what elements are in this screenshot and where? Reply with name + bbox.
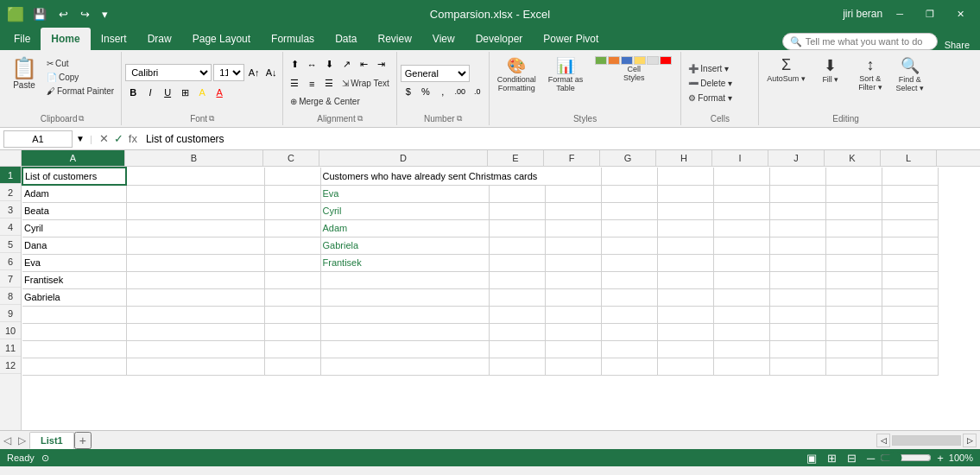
cell-I5[interactable] [713,237,769,254]
cell-I2[interactable] [713,185,769,202]
font-size-select[interactable]: 11 [213,64,244,81]
col-header-B[interactable]: B [125,150,263,166]
cell-L5[interactable] [882,237,938,254]
cell-A7[interactable]: Frantisek [22,271,126,288]
cell-A5[interactable]: Dana [22,237,126,254]
cell-F9[interactable] [545,306,601,323]
tab-draw[interactable]: Draw [137,28,182,50]
cell-D4[interactable]: Adam [320,219,489,237]
cell-F2[interactable] [545,185,601,202]
page-layout-view-button[interactable]: ⊞ [825,452,838,465]
number-expand-icon[interactable]: ⧉ [457,114,462,124]
tab-formulas[interactable]: Formulas [261,28,325,50]
formula-input[interactable] [142,133,977,145]
tab-file[interactable]: File [3,28,41,50]
scroll-right-button[interactable]: ▷ [15,434,29,446]
cell-H11[interactable] [657,340,713,358]
align-left-button[interactable]: ☰ [287,76,302,92]
cell-F11[interactable] [545,340,601,358]
cell-B9[interactable] [126,306,264,323]
cell-K8[interactable] [825,288,882,306]
font-name-select[interactable]: Calibri [125,64,212,81]
cell-E11[interactable] [489,340,545,358]
cell-F7[interactable] [545,271,601,288]
scroll-left-button[interactable]: ◁ [0,434,15,446]
cell-K7[interactable] [825,271,882,288]
alignment-expand-icon[interactable]: ⧉ [357,114,363,124]
cell-L3[interactable] [882,202,938,219]
cell-L12[interactable] [882,358,938,375]
cell-H4[interactable] [657,219,713,237]
cell-D11[interactable] [320,340,489,358]
cell-E5[interactable] [489,237,545,254]
tab-insert[interactable]: Insert [91,28,137,50]
conditional-formatting-button[interactable]: 🎨 ConditionalFormatting [493,54,541,95]
cell-A3[interactable]: Beata [22,202,126,219]
format-table-button[interactable]: 📊 Format asTable [544,54,588,95]
row-num-10[interactable]: 10 [0,322,21,339]
merge-center-button[interactable]: ⊕ Merge & Center [287,95,364,108]
cell-H12[interactable] [657,358,713,375]
cell-L6[interactable] [882,254,938,271]
cell-F8[interactable] [545,288,601,306]
number-format-select[interactable]: General [401,65,470,82]
cell-I12[interactable] [713,358,769,375]
insert-button[interactable]: ➕ Insert ▾ [685,62,732,75]
underline-button[interactable]: U [160,85,175,100]
cell-K11[interactable] [825,340,882,358]
inc-places-btn[interactable]: .0 [470,84,485,99]
cell-A11[interactable] [22,340,126,358]
row-num-2[interactable]: 2 [0,184,21,201]
cell-K1[interactable] [825,168,882,185]
cell-I3[interactable] [713,202,769,219]
row-num-3[interactable]: 3 [0,201,21,218]
cell-F6[interactable] [545,254,601,271]
cell-C2[interactable] [264,185,320,202]
cell-C10[interactable] [264,323,320,340]
cell-E10[interactable] [489,323,545,340]
cell-A9[interactable] [22,306,126,323]
cell-J12[interactable] [769,358,825,375]
cell-L7[interactable] [882,271,938,288]
cell-G10[interactable] [601,323,657,340]
dec-places-btn[interactable]: .00 [452,84,468,99]
cell-G1[interactable] [601,168,657,185]
cell-H6[interactable] [657,254,713,271]
cell-K12[interactable] [825,358,882,375]
format-button[interactable]: ⚙ Format ▾ [685,92,735,104]
fill-button[interactable]: ⬇ Fill ▾ [812,54,850,86]
cell-A6[interactable]: Eva [22,254,126,271]
cell-B6[interactable] [126,254,264,271]
col-header-L[interactable]: L [881,150,937,166]
cell-D10[interactable] [320,323,489,340]
cell-H7[interactable] [657,271,713,288]
font-expand-icon[interactable]: ⧉ [209,114,214,124]
border-button[interactable]: ⊞ [177,85,193,100]
cell-I6[interactable] [713,254,769,271]
cell-E8[interactable] [489,288,545,306]
cell-C3[interactable] [264,202,320,219]
cell-K6[interactable] [825,254,882,271]
cell-F4[interactable] [545,219,601,237]
paste-button[interactable]: 📋 Paste [7,54,41,98]
cell-D6[interactable]: Frantisek [320,254,489,271]
cell-I7[interactable] [713,271,769,288]
cell-H3[interactable] [657,202,713,219]
align-bottom-button[interactable]: ⬇ [321,57,337,73]
col-header-E[interactable]: E [488,150,544,166]
scroll-right-btn[interactable]: ▷ [963,434,977,447]
insert-function-button[interactable]: fx [127,132,139,145]
cell-G12[interactable] [601,358,657,375]
row-num-5[interactable]: 5 [0,236,21,253]
cell-A4[interactable]: Cyril [22,219,126,237]
name-box-expand-icon[interactable]: ▼ [76,134,85,143]
clipboard-expand-icon[interactable]: ⧉ [79,114,84,124]
col-header-C[interactable]: C [263,150,319,166]
redo-qat-button[interactable]: ↪ [77,6,93,22]
cell-B3[interactable] [126,202,264,219]
cell-J6[interactable] [769,254,825,271]
cell-H8[interactable] [657,288,713,306]
scroll-thumb[interactable] [892,435,961,446]
cell-L4[interactable] [882,219,938,237]
font-color-button[interactable]: A [212,85,227,100]
